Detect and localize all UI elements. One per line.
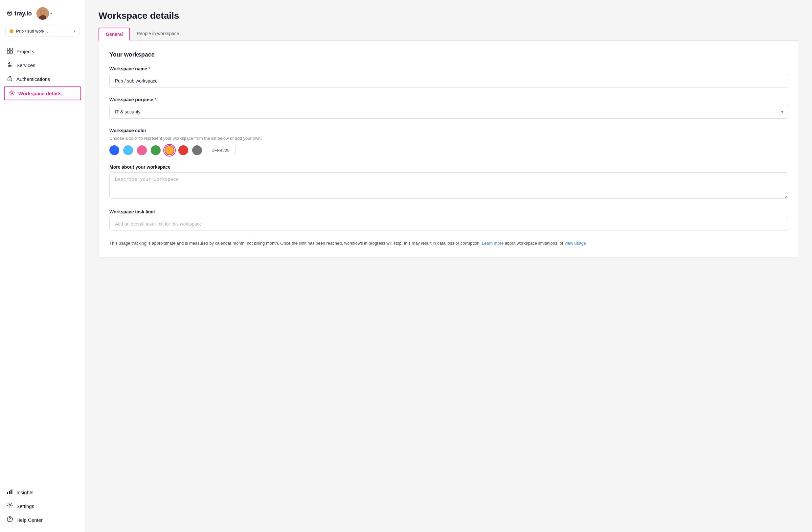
workspace-name-group: Workspace name * xyxy=(110,66,788,88)
learn-more-link[interactable]: Learn more xyxy=(482,241,504,246)
color-swatch-gray[interactable] xyxy=(192,145,202,155)
sidebar-item-workspace-details[interactable]: Workspace details xyxy=(4,86,81,100)
svg-point-20 xyxy=(9,505,11,506)
workspace-name-label: Pub / sub work... xyxy=(16,29,71,33)
color-swatch-orange[interactable] xyxy=(164,145,174,155)
avatar-chevron-icon: ▾ xyxy=(50,12,52,16)
svg-rect-19 xyxy=(12,489,13,494)
workspace-chevron-icon: ▾ xyxy=(74,29,75,33)
color-swatch-blue-dark[interactable] xyxy=(110,145,119,155)
insights-icon xyxy=(6,489,13,496)
workspace-dot xyxy=(10,29,13,33)
sidebar-item-settings[interactable]: Settings xyxy=(0,499,85,513)
logo-symbol: ♾ xyxy=(6,10,13,17)
sidebar-item-help-center[interactable]: Help Center xyxy=(0,513,85,527)
workspace-purpose-select[interactable]: IT & security Marketing Sales Engineerin… xyxy=(110,105,788,119)
svg-point-14 xyxy=(10,79,10,80)
workspace-about-label: More about your workspace xyxy=(110,164,788,170)
sidebar-item-label-services: Services xyxy=(16,62,35,68)
workspace-name-label: Workspace name * xyxy=(110,66,788,71)
content-area: Your workspace Workspace name * Workspac… xyxy=(99,41,799,258)
workspace-name-input[interactable] xyxy=(110,74,788,88)
services-icon xyxy=(6,61,13,69)
sidebar-item-label-authentications: Authentications xyxy=(16,76,50,82)
sidebar-header: ♾ tray.io ▾ xyxy=(0,0,85,26)
sidebar-item-services[interactable]: Services xyxy=(0,58,85,72)
color-custom-input[interactable]: #FFB229 xyxy=(206,146,235,155)
color-swatch-blue-light[interactable] xyxy=(123,145,133,155)
sidebar-item-insights[interactable]: Insights xyxy=(0,485,85,499)
svg-marker-9 xyxy=(9,62,10,64)
svg-rect-8 xyxy=(10,51,13,53)
workspace-details-icon xyxy=(9,90,15,97)
workspace-task-limit-group: Workspace task limit xyxy=(110,209,788,231)
color-description: Choose a color to represent your workspa… xyxy=(110,136,788,141)
svg-point-4 xyxy=(41,11,44,13)
workspace-task-limit-input[interactable] xyxy=(110,217,788,231)
tab-people[interactable]: People in workspace xyxy=(130,28,186,41)
page-header: Workspace details General People in work… xyxy=(85,0,812,41)
workspace-about-group: More about your workspace xyxy=(110,164,788,200)
sidebar-item-label-settings: Settings xyxy=(16,503,34,509)
svg-rect-6 xyxy=(10,48,13,50)
footer-text: This usage tracking is approximate and i… xyxy=(110,240,788,247)
workspace-about-input[interactable] xyxy=(110,172,788,199)
view-usage-link[interactable]: view usage xyxy=(565,241,586,246)
workspace-purpose-label: Workspace purpose * xyxy=(110,97,788,102)
user-avatar[interactable]: ▾ xyxy=(37,7,52,20)
workspace-purpose-select-wrapper: IT & security Marketing Sales Engineerin… xyxy=(110,105,788,119)
sidebar-item-label-help-center: Help Center xyxy=(16,517,43,523)
workspace-color-group: Workspace color Choose a color to repres… xyxy=(110,128,788,155)
color-swatch-pink[interactable] xyxy=(137,145,147,155)
sidebar-item-projects[interactable]: Projects xyxy=(0,44,85,58)
sidebar-item-label-insights: Insights xyxy=(16,490,33,495)
tab-general[interactable]: General xyxy=(99,28,130,41)
sidebar-divider xyxy=(0,480,85,480)
settings-icon xyxy=(6,502,13,510)
sidebar-item-authentications[interactable]: Authentications xyxy=(0,72,85,86)
svg-rect-17 xyxy=(9,491,10,494)
color-swatch-red[interactable] xyxy=(178,145,188,155)
section-title: Your workspace xyxy=(110,51,788,58)
workspace-task-limit-label: Workspace task limit xyxy=(110,209,788,214)
logo: ♾ tray.io xyxy=(6,10,32,17)
color-options: #FFB229 xyxy=(110,145,788,155)
tabs: General People in workspace xyxy=(99,28,799,41)
svg-rect-16 xyxy=(7,492,8,494)
sidebar-nav: Projects Services Authentic xyxy=(0,42,85,477)
svg-rect-18 xyxy=(11,490,12,494)
workspace-purpose-group: Workspace purpose * IT & security Market… xyxy=(110,97,788,119)
workspace-purpose-required: * xyxy=(155,97,156,102)
help-center-icon xyxy=(6,516,13,523)
main-content: Workspace details General People in work… xyxy=(85,0,812,532)
workspace-color-label: Workspace color xyxy=(110,128,788,133)
svg-rect-7 xyxy=(7,51,10,53)
sidebar: ♾ tray.io ▾ Pub / sub work... ▾ xyxy=(0,0,85,532)
workspace-name-required: * xyxy=(148,66,150,71)
sidebar-item-label-projects: Projects xyxy=(16,49,34,54)
authentications-icon xyxy=(6,75,13,83)
projects-icon xyxy=(6,48,13,55)
sidebar-item-label-workspace-details: Workspace details xyxy=(18,91,61,96)
svg-rect-5 xyxy=(7,48,10,50)
svg-point-22 xyxy=(10,520,10,521)
sidebar-bottom: Insights Settings Help Center xyxy=(0,483,85,532)
page-title: Workspace details xyxy=(99,11,799,21)
color-swatch-green[interactable] xyxy=(151,145,161,155)
svg-point-15 xyxy=(11,92,13,94)
avatar-image xyxy=(37,7,49,20)
workspace-selector[interactable]: Pub / sub work... ▾ xyxy=(5,26,80,37)
logo-text: ♾ tray.io xyxy=(6,10,32,17)
